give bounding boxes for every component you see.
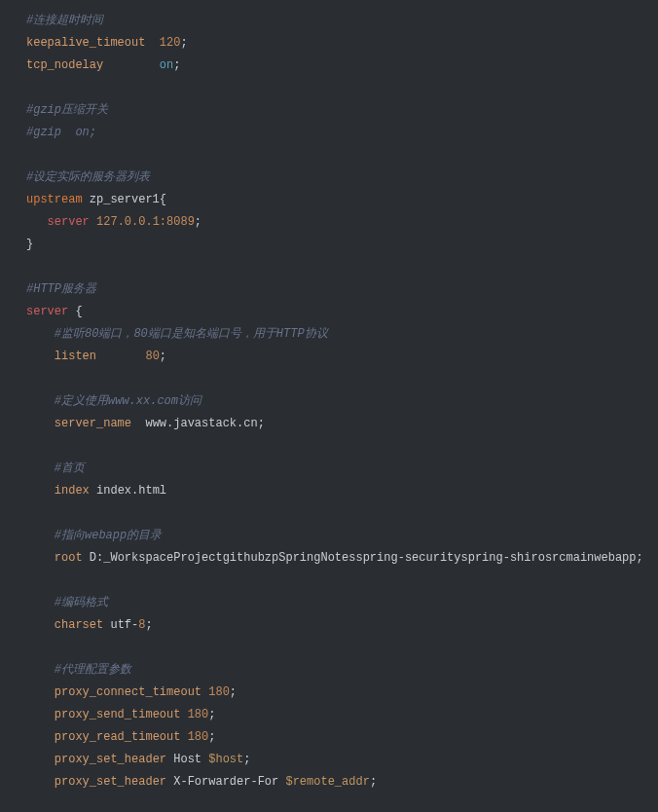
comment-http: #HTTP服务器: [26, 282, 96, 296]
code-block: #连接超时时间 keepalive_timeout 120; tcp_nodel…: [0, 0, 658, 812]
comment-proxy: #代理配置参数: [55, 663, 131, 677]
brace-close: }: [26, 238, 33, 251]
directive-psh-xfwd: proxy_set_header: [55, 775, 166, 789]
directive-charset: charset: [55, 618, 103, 632]
var-remote-addr: $remote_addr: [285, 775, 369, 789]
comment-server-name: #定义使用www.xx.com访问: [55, 394, 201, 408]
directive-keepalive: keepalive_timeout: [26, 36, 145, 50]
directive-pst: proxy_send_timeout: [55, 708, 181, 721]
directive-psh-host: proxy_set_header: [55, 753, 166, 766]
comment-index: #首页: [55, 461, 85, 475]
value-keepalive: 120: [160, 36, 181, 50]
directive-index: index: [55, 484, 90, 498]
value-pct: 180: [208, 685, 230, 699]
directive-server: server: [26, 305, 68, 318]
value-root: D:_WorkspaceProjectgithubzpSpringNotessp…: [83, 551, 637, 565]
directive-server-name: server_name: [55, 417, 131, 430]
comment-upstream: #设定实际的服务器列表: [26, 170, 150, 184]
comment-charset: #编码格式: [55, 596, 108, 609]
comment-root: #指向webapp的目录: [55, 529, 162, 542]
comment-gzip: #gzip压缩开关: [26, 103, 108, 117]
value-server-name: www.javastack.cn: [131, 417, 258, 430]
directive-root: root: [55, 551, 83, 565]
directive-server-inner: server: [48, 215, 90, 229]
value-listen: 80: [145, 350, 159, 363]
value-upstream-name: zp_server1{: [83, 193, 166, 206]
comment-gzip-on: #gzip on;: [26, 126, 96, 139]
directive-tcpnodelay: tcp_nodelay: [26, 58, 103, 72]
directive-pct: proxy_connect_timeout: [55, 685, 201, 699]
directive-upstream: upstream: [26, 193, 83, 206]
comment-listen: #监听80端口，80端口是知名端口号，用于HTTP协议: [55, 327, 328, 341]
value-prt: 180: [188, 730, 209, 744]
value-pst: 180: [188, 708, 209, 721]
comment-timeout: #连接超时时间: [26, 14, 103, 27]
value-upstream-server: 127.0.0.1:8089: [96, 215, 195, 229]
directive-prt: proxy_read_timeout: [55, 730, 181, 744]
value-tcpnodelay: on: [160, 58, 173, 72]
directive-listen: listen: [55, 350, 96, 363]
var-host: $host: [208, 753, 243, 766]
value-index: index.html: [90, 484, 166, 498]
